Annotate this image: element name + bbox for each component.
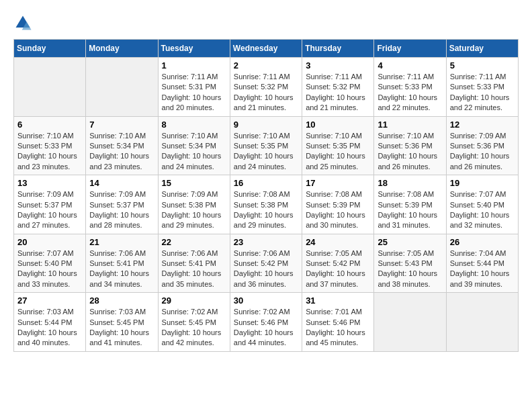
day-number: 2 (234, 60, 298, 71)
calendar-week: 20 Sunrise: 7:07 AM Sunset: 5:40 PM Dayl… (14, 234, 519, 293)
day-number: 3 (306, 60, 370, 71)
sunset: Sunset: 5:46 PM (306, 318, 360, 326)
sunrise: Sunrise: 7:06 AM (89, 249, 146, 257)
day-info: Sunrise: 7:08 AM Sunset: 5:39 PM Dayligh… (378, 189, 442, 231)
day-number: 29 (162, 295, 226, 306)
day-number: 28 (89, 295, 154, 306)
calendar-cell: 8 Sunrise: 7:10 AM Sunset: 5:34 PM Dayli… (158, 116, 230, 175)
sunrise: Sunrise: 7:10 AM (234, 132, 290, 140)
daylight: Daylight: 10 hours and 33 minutes. (17, 269, 77, 287)
calendar-cell: 25 Sunrise: 7:05 AM Sunset: 5:43 PM Dayl… (374, 234, 446, 293)
sunrise: Sunrise: 7:09 AM (89, 190, 146, 198)
day-number: 17 (306, 178, 370, 188)
day-number: 18 (378, 178, 442, 188)
sunset: Sunset: 5:35 PM (306, 142, 360, 150)
day-info: Sunrise: 7:07 AM Sunset: 5:40 PM Dayligh… (450, 189, 515, 231)
day-info: Sunrise: 7:06 AM Sunset: 5:42 PM Dayligh… (234, 248, 298, 290)
calendar-cell: 14 Sunrise: 7:09 AM Sunset: 5:37 PM Dayl… (86, 175, 158, 234)
daylight: Daylight: 10 hours and 37 minutes. (306, 269, 365, 287)
day-info: Sunrise: 7:06 AM Sunset: 5:41 PM Dayligh… (162, 248, 226, 290)
sunset: Sunset: 5:44 PM (17, 318, 72, 326)
header-day: Wednesday (230, 40, 302, 58)
sunset: Sunset: 5:32 PM (306, 83, 360, 91)
sunset: Sunset: 5:36 PM (450, 142, 504, 150)
day-info: Sunrise: 7:02 AM Sunset: 5:45 PM Dayligh… (162, 307, 226, 349)
sunrise: Sunrise: 7:03 AM (89, 308, 146, 316)
calendar-table: SundayMondayTuesdayWednesdayThursdayFrid… (13, 39, 519, 352)
sunset: Sunset: 5:40 PM (450, 201, 504, 209)
day-number: 13 (17, 178, 82, 188)
day-info: Sunrise: 7:10 AM Sunset: 5:35 PM Dayligh… (234, 131, 298, 173)
sunrise: Sunrise: 7:07 AM (17, 249, 74, 257)
day-number: 6 (17, 120, 82, 130)
day-number: 30 (234, 295, 298, 306)
daylight: Daylight: 10 hours and 23 minutes. (89, 152, 149, 170)
sunrise: Sunrise: 7:09 AM (162, 190, 218, 198)
daylight: Daylight: 10 hours and 26 minutes. (378, 152, 437, 170)
calendar-cell: 9 Sunrise: 7:10 AM Sunset: 5:35 PM Dayli… (230, 116, 302, 175)
day-number: 21 (89, 237, 154, 247)
sunrise: Sunrise: 7:10 AM (378, 132, 434, 140)
daylight: Daylight: 10 hours and 24 minutes. (162, 152, 222, 170)
daylight: Daylight: 10 hours and 29 minutes. (162, 211, 222, 229)
calendar-week: 1 Sunrise: 7:11 AM Sunset: 5:31 PM Dayli… (14, 58, 519, 117)
sunset: Sunset: 5:39 PM (378, 201, 432, 209)
daylight: Daylight: 10 hours and 22 minutes. (378, 93, 437, 111)
sunrise: Sunrise: 7:07 AM (450, 190, 506, 198)
sunrise: Sunrise: 7:10 AM (306, 132, 362, 140)
sunrise: Sunrise: 7:10 AM (17, 132, 74, 140)
calendar-week: 27 Sunrise: 7:03 AM Sunset: 5:44 PM Dayl… (14, 293, 519, 352)
page-header (13, 13, 519, 32)
day-number: 23 (234, 237, 298, 247)
sunrise: Sunrise: 7:08 AM (234, 190, 290, 198)
calendar-cell: 21 Sunrise: 7:06 AM Sunset: 5:41 PM Dayl… (86, 234, 158, 293)
day-info: Sunrise: 7:10 AM Sunset: 5:34 PM Dayligh… (162, 131, 226, 173)
calendar-cell (86, 58, 158, 117)
day-info: Sunrise: 7:11 AM Sunset: 5:32 PM Dayligh… (306, 72, 370, 113)
day-number: 9 (234, 120, 298, 130)
sunset: Sunset: 5:34 PM (162, 142, 216, 150)
daylight: Daylight: 10 hours and 27 minutes. (17, 211, 77, 229)
sunset: Sunset: 5:40 PM (17, 259, 72, 267)
sunrise: Sunrise: 7:10 AM (89, 132, 146, 140)
day-info: Sunrise: 7:07 AM Sunset: 5:40 PM Dayligh… (17, 248, 82, 290)
day-info: Sunrise: 7:10 AM Sunset: 5:35 PM Dayligh… (306, 131, 370, 173)
sunrise: Sunrise: 7:05 AM (378, 249, 434, 257)
sunrise: Sunrise: 7:10 AM (162, 132, 218, 140)
day-info: Sunrise: 7:06 AM Sunset: 5:41 PM Dayligh… (89, 248, 154, 290)
daylight: Daylight: 10 hours and 25 minutes. (306, 152, 365, 170)
header-day: Sunday (14, 40, 86, 58)
calendar-cell: 3 Sunrise: 7:11 AM Sunset: 5:32 PM Dayli… (302, 58, 374, 117)
sunrise: Sunrise: 7:11 AM (234, 73, 290, 81)
sunrise: Sunrise: 7:08 AM (378, 190, 434, 198)
day-info: Sunrise: 7:04 AM Sunset: 5:44 PM Dayligh… (450, 248, 515, 290)
day-info: Sunrise: 7:03 AM Sunset: 5:44 PM Dayligh… (17, 307, 82, 349)
daylight: Daylight: 10 hours and 30 minutes. (306, 211, 365, 229)
daylight: Daylight: 10 hours and 28 minutes. (89, 211, 149, 229)
calendar-cell: 1 Sunrise: 7:11 AM Sunset: 5:31 PM Dayli… (158, 58, 230, 117)
calendar-cell: 31 Sunrise: 7:01 AM Sunset: 5:46 PM Dayl… (302, 293, 374, 352)
header-day: Monday (86, 40, 158, 58)
sunrise: Sunrise: 7:06 AM (162, 249, 218, 257)
day-info: Sunrise: 7:11 AM Sunset: 5:33 PM Dayligh… (378, 72, 442, 113)
sunrise: Sunrise: 7:09 AM (17, 190, 74, 198)
sunrise: Sunrise: 7:02 AM (234, 308, 290, 316)
daylight: Daylight: 10 hours and 23 minutes. (17, 152, 77, 170)
sunset: Sunset: 5:33 PM (17, 142, 72, 150)
sunset: Sunset: 5:31 PM (162, 83, 216, 91)
day-info: Sunrise: 7:08 AM Sunset: 5:39 PM Dayligh… (306, 189, 370, 231)
header-day: Saturday (446, 40, 518, 58)
day-number: 25 (378, 237, 442, 247)
calendar-header: SundayMondayTuesdayWednesdayThursdayFrid… (14, 40, 519, 58)
calendar-cell: 29 Sunrise: 7:02 AM Sunset: 5:45 PM Dayl… (158, 293, 230, 352)
day-number: 16 (234, 178, 298, 188)
day-number: 8 (162, 120, 226, 130)
daylight: Daylight: 10 hours and 38 minutes. (378, 269, 437, 287)
day-info: Sunrise: 7:10 AM Sunset: 5:33 PM Dayligh… (17, 131, 82, 173)
logo (13, 13, 35, 32)
day-info: Sunrise: 7:03 AM Sunset: 5:45 PM Dayligh… (89, 307, 154, 349)
sunset: Sunset: 5:34 PM (89, 142, 144, 150)
calendar-cell: 23 Sunrise: 7:06 AM Sunset: 5:42 PM Dayl… (230, 234, 302, 293)
sunrise: Sunrise: 7:01 AM (306, 308, 362, 316)
calendar-cell: 16 Sunrise: 7:08 AM Sunset: 5:38 PM Dayl… (230, 175, 302, 234)
